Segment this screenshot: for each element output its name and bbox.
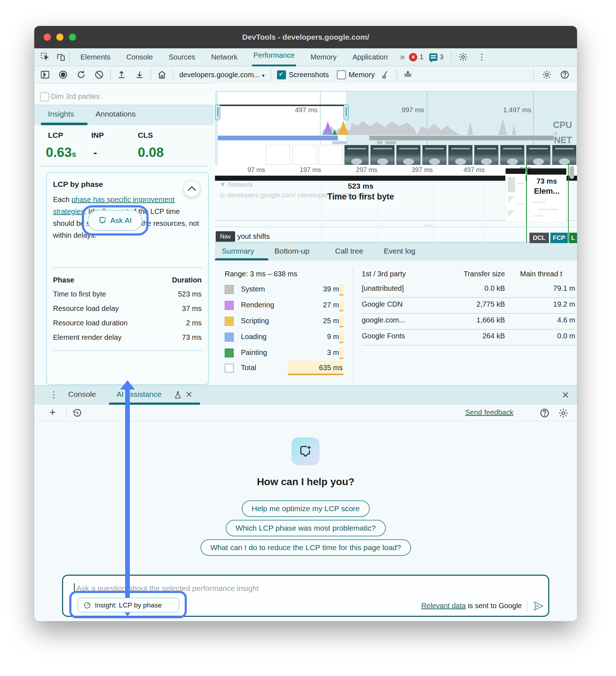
tab-performance[interactable]: Performance	[252, 48, 296, 66]
upload-profile-icon[interactable]	[116, 70, 127, 80]
record-icon[interactable]	[58, 70, 68, 80]
phase-row-name: Time to first byte	[53, 290, 106, 298]
suggestion-chip-optimize-lcp[interactable]: Help me optimize my LCP score	[242, 500, 370, 517]
divider	[173, 69, 173, 80]
filmstrip-thumbnail[interactable]	[448, 145, 472, 165]
network-activity-bar	[332, 141, 347, 144]
tab-summary[interactable]: Summary	[222, 247, 254, 255]
selection-left-handle[interactable]	[215, 104, 220, 120]
overview-time-label: 1,497 ms	[493, 106, 531, 114]
filmstrip-thumbnail[interactable]	[318, 145, 343, 165]
send-feedback-link[interactable]: Send feedback	[465, 408, 513, 417]
panel-item	[508, 196, 515, 203]
suggestion-chip-problematic-phase[interactable]: Which LCP phase was most problematic?	[225, 520, 386, 536]
download-profile-icon[interactable]	[135, 70, 145, 80]
transfer-col-header[interactable]: Transfer size	[431, 270, 505, 278]
timeline-overview[interactable]: 497 ms 997 ms 1,497 ms C	[215, 91, 577, 166]
more-tabs-icon[interactable]: »	[399, 49, 406, 65]
active-tab-underline	[41, 123, 88, 125]
filmstrip-thumbnail[interactable]	[552, 145, 576, 165]
toggle-sidebar-icon[interactable]	[40, 70, 50, 80]
zoom-window-button[interactable]	[69, 34, 76, 41]
filmstrip-thumbnail[interactable]	[474, 145, 498, 165]
filmstrip-thumbnail[interactable]	[266, 145, 290, 165]
url-dropdown[interactable]: developers.google.com...▾	[179, 71, 265, 79]
gc-brush-icon[interactable]	[380, 70, 391, 80]
party-main-thread: 19.2 m	[532, 300, 575, 308]
ai-settings-gear-icon[interactable]	[558, 408, 569, 418]
filmstrip-thumbnail[interactable]	[344, 145, 369, 165]
tab-memory[interactable]: Memory	[309, 49, 338, 65]
memory-checkbox[interactable]	[337, 70, 346, 79]
drawer-tab-console[interactable]: Console	[68, 390, 96, 399]
filmstrip-thumbnail[interactable]	[370, 145, 395, 165]
tab-elements[interactable]: Elements	[79, 49, 112, 65]
ai-help-icon[interactable]	[539, 408, 550, 418]
divider	[362, 329, 577, 330]
panel-settings-gear-icon[interactable]	[542, 70, 552, 80]
tab-call-tree[interactable]: Call tree	[335, 247, 363, 255]
ruler-tick-label: 97 ms	[235, 166, 265, 174]
network-track-label[interactable]: ▼ Network	[219, 181, 253, 189]
element-render-overlay-panel: 73 ms Elem...	[527, 168, 567, 222]
legend-value: 9 ms	[265, 333, 343, 341]
error-badge-icon[interactable]: ✕	[409, 53, 417, 61]
help-icon[interactable]	[560, 70, 570, 80]
inp-metric-label: INP	[91, 131, 104, 140]
tab-network[interactable]: Network	[210, 49, 239, 65]
collapse-sections-icon[interactable]	[403, 70, 413, 80]
drawer-tab-ai-assistance[interactable]: AI assistance	[116, 390, 162, 399]
tab-bottom-up[interactable]: Bottom-up	[274, 247, 309, 255]
tab-event-log[interactable]: Event log	[384, 247, 415, 255]
main-thread-col-header[interactable]: Main thread t	[520, 270, 562, 278]
panel-item	[538, 209, 558, 210]
sidebar-tab-bar: Insights Annotations	[34, 105, 214, 125]
tab-console[interactable]: Console	[125, 49, 154, 65]
reload-record-icon[interactable]	[76, 70, 86, 80]
selection-right-handle[interactable]	[343, 104, 349, 120]
filmstrip-thumbnail[interactable]	[292, 145, 316, 165]
insight-context-chip[interactable]: Insight: LCP by phase	[78, 598, 179, 613]
divider	[52, 267, 203, 268]
dim-3rd-parties-checkbox[interactable]	[40, 92, 49, 101]
filmstrip-thumbnail[interactable]	[396, 145, 421, 165]
menu-dots-icon[interactable]: ⋮	[478, 52, 486, 62]
inspect-icon[interactable]	[40, 52, 50, 62]
filmstrip-thumbnail[interactable]	[526, 145, 550, 165]
tab-insights[interactable]: Insights	[48, 110, 74, 118]
issues-badge-icon[interactable]	[429, 53, 437, 61]
vertical-scrollbar[interactable]	[569, 166, 574, 179]
drawer-menu-dots-icon[interactable]: ⋮	[49, 390, 58, 400]
new-chat-plus-icon[interactable]: +	[49, 406, 56, 418]
tab-application[interactable]: Application	[351, 49, 389, 65]
settings-gear-icon[interactable]	[458, 52, 468, 62]
suggestion-chip-reduce-lcp[interactable]: What can I do to reduce the LCP time for…	[200, 539, 411, 556]
legend-value: 39 ms	[265, 285, 343, 293]
close-tab-icon[interactable]: ✕	[185, 390, 193, 400]
close-drawer-icon[interactable]: ✕	[562, 390, 569, 401]
toggle-device-toolbar-icon[interactable]	[56, 52, 66, 62]
panel-item	[508, 177, 515, 192]
tab-sources[interactable]: Sources	[167, 49, 197, 65]
panel-tab-bar: Elements Console Sources Network Perform…	[34, 48, 577, 66]
screenshots-checkbox[interactable]	[277, 70, 286, 79]
phase-row-name: Resource load delay	[53, 304, 119, 313]
home-icon[interactable]	[157, 70, 167, 80]
filmstrip-thumbnail[interactable]	[500, 145, 524, 165]
party-col-header[interactable]: 1st / 3rd party	[362, 270, 406, 278]
send-icon[interactable]	[533, 600, 544, 612]
layout-shifts-row-label[interactable]: yout shifts	[237, 232, 270, 241]
overview-time-label: 497 ms	[287, 106, 317, 114]
clear-icon[interactable]	[94, 70, 104, 80]
panel-item	[532, 202, 546, 203]
minimize-window-button[interactable]	[56, 34, 63, 41]
history-icon[interactable]	[72, 408, 83, 418]
divider	[362, 313, 577, 314]
relevant-data-link[interactable]: Relevant data	[421, 602, 466, 610]
filmstrip-thumbnail[interactable]	[422, 145, 446, 165]
tab-annotations[interactable]: Annotations	[96, 110, 136, 118]
close-window-button[interactable]	[44, 34, 51, 41]
devtools-window: DevTools - developers.google.com/ Elemen…	[34, 26, 577, 621]
divider	[533, 69, 534, 80]
collapse-insight-button[interactable]	[184, 181, 200, 197]
